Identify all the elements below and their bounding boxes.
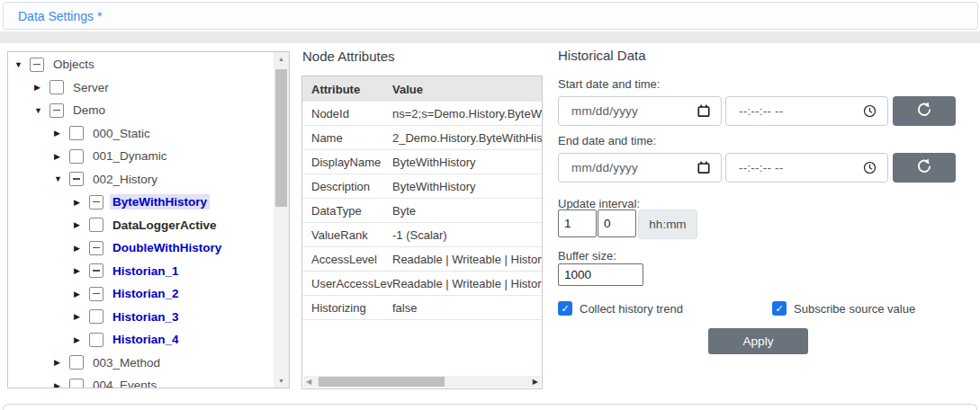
tree-label[interactable]: Historian_4: [110, 332, 182, 347]
expand-icon[interactable]: ▶: [54, 381, 67, 388]
tree-label[interactable]: 002_History: [90, 172, 160, 187]
tree-item-doublewithhistory[interactable]: ▶DoubleWithHistory: [8, 236, 273, 260]
start-date-input[interactable]: mm/dd/yyyy: [558, 96, 722, 126]
refresh-icon: [916, 158, 932, 178]
attr-rows: NodeIdns=2;s=Demo.History.ByteWithHistor…: [302, 102, 542, 320]
tree-label[interactable]: DataLoggerActive: [110, 218, 220, 233]
tree-checkbox[interactable]: [89, 263, 103, 278]
tree-item-historian_1[interactable]: ▶Historian_1: [8, 260, 273, 283]
attr-name: AccessLevel: [302, 253, 392, 266]
tree-label[interactable]: ByteWithHistory: [110, 194, 210, 209]
scroll-left-icon[interactable]: ◀: [306, 376, 311, 388]
tree-checkbox[interactable]: [89, 218, 103, 232]
calendar-icon[interactable]: [697, 104, 710, 118]
expand-icon[interactable]: ▶: [74, 312, 86, 321]
tree-label[interactable]: DoubleWithHistory: [110, 240, 224, 255]
tree-checkbox[interactable]: [30, 58, 44, 72]
tree-label[interactable]: 003_Method: [90, 355, 163, 370]
expand-icon[interactable]: ▶: [74, 198, 86, 207]
interval-unit-label: hh:mm: [638, 209, 697, 239]
refresh-icon: [916, 102, 932, 121]
expand-icon[interactable]: ▶: [74, 244, 86, 253]
attr-row-nodeid: NodeIdns=2;s=Demo.History.ByteWithHistor…: [302, 102, 542, 126]
scroll-down-icon[interactable]: ▼: [274, 374, 289, 388]
table-scrollbar-thumb[interactable]: [319, 377, 445, 387]
expand-icon[interactable]: ▶: [54, 129, 67, 138]
collapse-icon[interactable]: ▼: [54, 174, 67, 183]
tree-label[interactable]: Server: [70, 80, 112, 95]
tree-item-historian_3[interactable]: ▶Historian_3: [8, 306, 273, 329]
collapse-icon[interactable]: ▼: [14, 60, 27, 69]
buffer-size-label: Buffer size:: [558, 249, 616, 263]
tree-checkbox[interactable]: [49, 80, 64, 94]
tree-label[interactable]: 000_Static: [90, 126, 153, 141]
tree-checkbox[interactable]: [69, 126, 84, 140]
expand-icon[interactable]: ▶: [74, 335, 86, 344]
tree-label[interactable]: Objects: [50, 57, 97, 72]
end-time-input[interactable]: --:--:-- --: [725, 153, 888, 183]
attr-value: false: [392, 301, 542, 315]
end-date-input[interactable]: mm/dd/yyyy: [558, 153, 722, 183]
tree-checkbox[interactable]: [89, 333, 103, 347]
attr-value: ByteWithHistory: [392, 156, 542, 169]
scroll-up-icon[interactable]: ▲: [274, 52, 289, 66]
tree-checkbox[interactable]: [69, 379, 84, 388]
bottom-panel-edge: [3, 404, 977, 410]
expand-icon[interactable]: ▶: [74, 266, 86, 275]
tree-scrollbar-thumb[interactable]: [275, 69, 287, 207]
tree-item-objects[interactable]: ▼Objects: [8, 53, 273, 76]
tab-data-settings[interactable]: Data Settings *: [18, 9, 102, 23]
collapse-icon[interactable]: ▼: [34, 106, 47, 115]
clock-icon[interactable]: [863, 104, 877, 118]
attr-row-useraccesslevel: UserAccessLevelReadable | Writeable | Hi…: [302, 272, 542, 296]
tree-label[interactable]: Historian_2: [110, 286, 182, 301]
start-refresh-button[interactable]: [893, 96, 956, 126]
tree-scrollbar[interactable]: ▲ ▼: [274, 52, 289, 388]
node-attributes-title: Node Attributes: [302, 49, 395, 64]
buffer-size-input[interactable]: [558, 263, 643, 286]
tree-item-002_history[interactable]: ▼002_History: [8, 168, 273, 192]
tree-item-bytewithhistory[interactable]: ▶ByteWithHistory: [8, 191, 273, 214]
tree-checkbox[interactable]: [69, 355, 84, 370]
start-time-input[interactable]: --:--:-- --: [725, 96, 888, 126]
tree-item-demo[interactable]: ▼Demo: [8, 99, 273, 122]
tree-label[interactable]: 004_Events: [90, 378, 159, 388]
tree-item-003_method[interactable]: ▶003_Method: [8, 352, 273, 375]
address-space-tree-panel: ▼Objects▶Server▼Demo▶000_Static▶001_Dyna…: [7, 51, 290, 388]
tree-label[interactable]: Demo: [70, 102, 108, 118]
expand-icon[interactable]: ▶: [54, 152, 67, 161]
tree-item-historian_4[interactable]: ▶Historian_4: [8, 328, 273, 352]
apply-button[interactable]: Apply: [708, 328, 808, 354]
tree-item-001_dynamic[interactable]: ▶001_Dynamic: [8, 145, 273, 168]
calendar-icon[interactable]: [697, 161, 710, 174]
tree-label[interactable]: Historian_3: [110, 309, 182, 325]
tree-checkbox[interactable]: [69, 149, 84, 164]
tree-checkbox[interactable]: [89, 309, 103, 324]
end-refresh-button[interactable]: [893, 153, 956, 183]
subscribe-source-value-checkbox[interactable]: ✓: [772, 301, 787, 316]
tree-checkbox[interactable]: [89, 195, 103, 209]
interval-minutes-input[interactable]: [598, 209, 636, 237]
tree-checkbox[interactable]: [69, 172, 84, 186]
collect-history-trend-checkbox[interactable]: ✓: [558, 301, 572, 316]
expand-icon[interactable]: ▶: [74, 290, 86, 299]
tree-label[interactable]: 001_Dynamic: [90, 148, 170, 164]
tree-item-004_events[interactable]: ▶004_Events: [8, 374, 273, 388]
tree-item-server[interactable]: ▶Server: [8, 76, 273, 100]
interval-hours-input[interactable]: [558, 209, 597, 237]
header-divider: [0, 31, 980, 43]
tree-checkbox[interactable]: [89, 241, 103, 255]
column-header-attribute: Attribute: [302, 83, 392, 96]
expand-icon[interactable]: ▶: [74, 220, 86, 229]
tree-item-000_static[interactable]: ▶000_Static: [8, 122, 273, 146]
tree-item-dataloggeractive[interactable]: ▶DataLoggerActive: [8, 214, 273, 237]
clock-icon[interactable]: [863, 161, 877, 174]
tree-item-historian_2[interactable]: ▶Historian_2: [8, 282, 273, 306]
expand-icon[interactable]: ▶: [54, 358, 67, 367]
scroll-right-icon[interactable]: ▶: [533, 376, 538, 388]
table-scrollbar[interactable]: ◀ ▶: [303, 376, 541, 388]
tree-checkbox[interactable]: [89, 287, 103, 301]
tree-label[interactable]: Historian_1: [110, 263, 182, 279]
expand-icon[interactable]: ▶: [34, 83, 47, 92]
tree-checkbox[interactable]: [49, 103, 64, 118]
